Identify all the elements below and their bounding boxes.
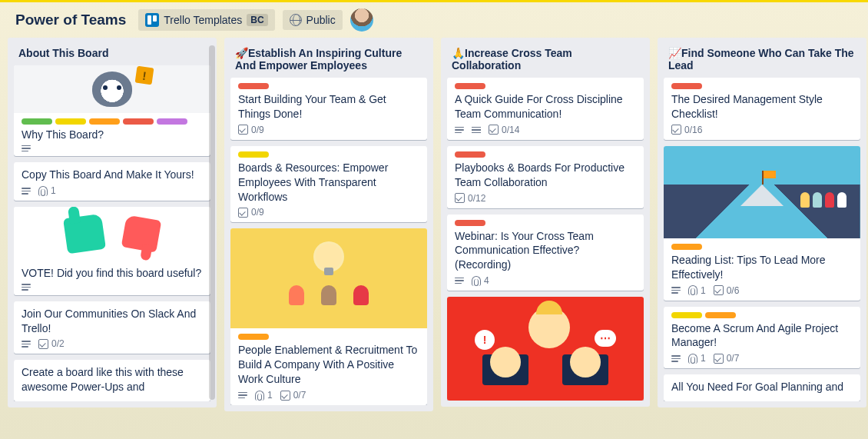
attachment-icon — [688, 354, 697, 364]
card[interactable]: VOTE! Did you find this board useful? — [14, 207, 210, 294]
list-icon — [472, 127, 481, 134]
label-red[interactable] — [671, 83, 702, 89]
badge-description — [671, 355, 681, 362]
card-labels — [22, 118, 203, 125]
cards-container: The Desired Management Style Checklist!0… — [664, 78, 860, 401]
label-green[interactable] — [22, 118, 52, 125]
label-yellow[interactable] — [671, 312, 702, 318]
card[interactable]: The Desired Management Style Checklist!0… — [664, 78, 860, 140]
card-cover — [447, 297, 644, 401]
card[interactable]: Become A Scrum And Agile Project Manager… — [664, 307, 860, 369]
label-red[interactable] — [238, 83, 269, 89]
cards-container: A Quick Guide For Cross Discipline Team … — [447, 78, 644, 401]
attachment-icon — [255, 391, 264, 401]
card-title: Playbooks & Boards For Productive Team C… — [455, 161, 636, 190]
list-title[interactable]: 📈Find Someone Who Can Take The Lead — [664, 44, 860, 78]
card[interactable]: Webinar: Is Your Cross Team Communicatio… — [447, 215, 644, 291]
label-red[interactable] — [123, 118, 154, 125]
avatar[interactable] — [350, 8, 373, 32]
card-labels — [238, 334, 419, 340]
card-title: Become A Scrum And Agile Project Manager… — [671, 321, 853, 351]
card-badges: 0/12 — [455, 193, 636, 204]
checklist-icon — [714, 285, 724, 295]
card-title: Start Building Your Team & Get Things Do… — [238, 92, 419, 121]
list-title[interactable]: 🚀Establish An Inspiring Culture And Empo… — [230, 44, 427, 78]
card-labels — [238, 83, 419, 89]
checklist-icon — [238, 208, 248, 218]
card-title: Join Our Communities On Slack And Trello… — [22, 307, 203, 336]
label-orange[interactable] — [705, 312, 736, 318]
card[interactable] — [447, 297, 644, 401]
checklist-icon — [38, 339, 48, 349]
list-title[interactable]: About This Board — [14, 44, 210, 65]
board-header: Power of Teams Trello Templates BC Publi… — [0, 2, 868, 38]
checklist-icon — [489, 125, 499, 135]
label-yellow[interactable] — [55, 118, 86, 125]
card[interactable]: Playbooks & Boards For Productive Team C… — [447, 146, 644, 208]
list: About This Board!Why This Board?Copy Thi… — [8, 38, 217, 407]
badge-checklist: 0/12 — [455, 193, 485, 204]
badge-checklist: 0/14 — [489, 125, 519, 135]
description-icon — [238, 392, 247, 399]
description-icon — [22, 145, 31, 152]
label-purple[interactable] — [157, 118, 187, 125]
label-yellow[interactable] — [238, 151, 269, 158]
label-red[interactable] — [455, 220, 485, 226]
description-icon — [455, 127, 464, 134]
card[interactable]: All You Need For Goal Planning and — [664, 374, 860, 401]
list: 📈Find Someone Who Can Take The LeadThe D… — [658, 38, 866, 407]
workspace-label: Trello Templates — [164, 14, 242, 26]
card-badges: 1 — [22, 185, 203, 196]
badge-attachment: 1 — [688, 285, 706, 296]
card-title: Reading List: Tips To Lead More Effectiv… — [671, 253, 853, 282]
card-cover — [14, 207, 210, 261]
label-red[interactable] — [455, 151, 485, 158]
badge-attachment: 4 — [472, 275, 489, 286]
checklist-icon — [714, 354, 724, 364]
label-orange[interactable] — [89, 118, 120, 125]
badge-checklist: 0/2 — [38, 338, 65, 349]
bc-badge: BC — [247, 14, 267, 26]
card-title: The Desired Management Style Checklist! — [671, 92, 853, 121]
workspace-button[interactable]: Trello Templates BC — [138, 9, 274, 31]
badge-description — [455, 278, 464, 284]
card[interactable]: Reading List: Tips To Lead More Effectiv… — [664, 146, 860, 301]
description-icon — [22, 188, 31, 195]
label-red[interactable] — [455, 83, 485, 89]
checklist-icon — [280, 391, 290, 401]
label-orange[interactable] — [671, 244, 702, 250]
list: 🙏Increase Cross Team CollaborationA Quic… — [441, 38, 650, 407]
card[interactable]: Boards & Resources: Empower Employees Wi… — [230, 146, 427, 223]
badge-checklist: 0/9 — [238, 207, 264, 218]
card-labels — [238, 151, 419, 158]
cards-container: Start Building Your Team & Get Things Do… — [230, 78, 427, 405]
card-badges: 0/14 — [455, 125, 636, 135]
label-orange[interactable] — [238, 334, 269, 340]
badge-checklist: 0/6 — [714, 285, 740, 296]
card[interactable]: Start Building Your Team & Get Things Do… — [230, 78, 427, 140]
checklist-icon — [238, 125, 248, 135]
card-labels — [455, 220, 636, 226]
trello-logo-icon — [145, 13, 159, 27]
card[interactable]: Copy This Board And Make It Yours!1 — [14, 162, 210, 201]
list-title[interactable]: 🙏Increase Cross Team Collaboration — [447, 44, 644, 78]
card-cover: ! — [14, 65, 210, 113]
card[interactable]: !Why This Board? — [14, 65, 210, 156]
card-badges: 10/7 — [671, 353, 853, 364]
card[interactable]: Create a board like this with these awes… — [14, 360, 210, 401]
visibility-button[interactable]: Public — [283, 10, 343, 30]
card-badges — [22, 284, 203, 291]
badge-checklist: 0/7 — [714, 353, 740, 364]
card[interactable]: Join Our Communities On Slack And Trello… — [14, 301, 210, 354]
checklist-icon — [455, 193, 465, 203]
badge-attachment: 1 — [38, 185, 56, 196]
badge-checklist: 0/16 — [671, 125, 702, 135]
card-title: A Quick Guide For Cross Discipline Team … — [455, 92, 636, 121]
board-title[interactable]: Power of Teams — [11, 10, 131, 30]
card-title: All You Need For Goal Planning and — [671, 380, 853, 394]
badge-description — [671, 287, 681, 294]
card-title: Webinar: Is Your Cross Team Communicatio… — [455, 229, 636, 273]
scrollbar[interactable] — [209, 45, 215, 400]
card[interactable]: People Enablement & Recruitment To Build… — [230, 228, 427, 405]
card[interactable]: A Quick Guide For Cross Discipline Team … — [447, 78, 644, 140]
